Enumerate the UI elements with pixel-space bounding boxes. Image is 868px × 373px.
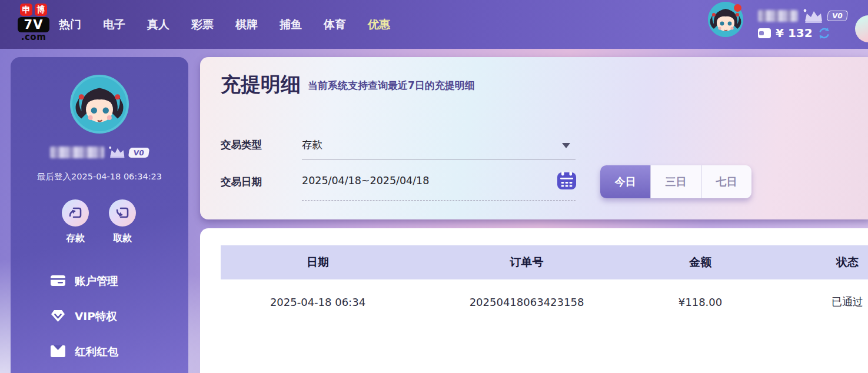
- col-header-order-no: 订单号: [415, 255, 638, 270]
- type-underline: [302, 159, 576, 159]
- records-table: 日期 订单号 金额 状态 2025-04-18 06:34 2025041806…: [221, 245, 868, 324]
- calendar-icon[interactable]: [557, 171, 577, 192]
- transaction-date-value[interactable]: 2025/04/18~2025/04/18: [302, 175, 429, 186]
- range-button-7days[interactable]: 七日: [701, 165, 751, 198]
- cell-status: 已通过: [762, 295, 868, 309]
- sidebar: V0 最后登入2025-04-18 06:34:23 存款 取款: [11, 57, 188, 373]
- nav-item-cards[interactable]: 棋牌: [235, 17, 258, 32]
- transaction-type-label: 交易类型: [221, 138, 262, 152]
- vip-level-badge: V0: [827, 11, 848, 21]
- deposit-icon: [62, 199, 89, 227]
- logo-brand-text: 7V: [18, 17, 49, 32]
- transaction-type-value[interactable]: 存款: [302, 138, 322, 152]
- date-underline: [302, 200, 576, 201]
- crown-icon: [108, 145, 125, 159]
- notification-dot: [734, 4, 741, 12]
- logo-badges: 申 博: [20, 4, 47, 16]
- cell-date: 2025-04-18 06:34: [221, 296, 415, 308]
- col-header-date: 日期: [221, 255, 415, 270]
- withdraw-icon: [109, 199, 136, 227]
- refresh-icon[interactable]: [817, 26, 831, 40]
- date-range-group: 今日 三日 七日: [600, 165, 751, 198]
- page: 申 博 7V .com 热门 电子 真人 彩票 棋牌 捕鱼 体育 优惠: [0, 0, 868, 373]
- top-navigation-bar: 申 博 7V .com 热门 电子 真人 彩票 棋牌 捕鱼 体育 优惠: [0, 0, 868, 49]
- logo-domain-text: .com: [21, 32, 46, 42]
- range-button-today[interactable]: 今日: [600, 165, 650, 198]
- sidebar-item-label: 账户管理: [75, 274, 118, 288]
- sidebar-item-account[interactable]: 账户管理: [11, 263, 188, 298]
- sidebar-avatar-illustration: [72, 77, 127, 131]
- sidebar-item-label: 红利红包: [75, 344, 118, 359]
- filters-card: 充提明细 当前系统支持查询最近7日的充提明细 交易类型 存款 交易日期 2025…: [200, 57, 868, 219]
- deposit-label: 存款: [66, 232, 85, 245]
- withdraw-quick-action[interactable]: 取款: [104, 199, 141, 245]
- col-header-amount: 金额: [638, 255, 762, 270]
- site-logo[interactable]: 申 博 7V .com: [16, 4, 51, 42]
- chevron-down-icon[interactable]: [562, 143, 570, 148]
- cell-order-no: 20250418063423158: [415, 296, 638, 308]
- nav-item-lottery[interactable]: 彩票: [191, 17, 214, 32]
- nav-item-slots[interactable]: 电子: [103, 17, 125, 32]
- deposit-quick-action[interactable]: 存款: [56, 199, 94, 245]
- floating-button-partial[interactable]: [855, 15, 868, 42]
- vip-gem-icon: [50, 309, 66, 323]
- logo-badge-shen: 申: [20, 4, 32, 16]
- nav-item-sports[interactable]: 体育: [324, 17, 346, 32]
- page-subtitle: 当前系统支持查询最近7日的充提明细: [308, 79, 475, 95]
- nav-item-hot[interactable]: 热门: [59, 17, 81, 32]
- withdraw-label: 取款: [113, 232, 132, 245]
- sidebar-item-vip[interactable]: VIP特权: [11, 298, 188, 334]
- sidebar-vip-badge: V0: [128, 148, 149, 158]
- username-blurred[interactable]: [758, 10, 798, 22]
- nav-item-promos[interactable]: 优惠: [368, 17, 390, 32]
- user-info-cluster: V0 ¥ 132: [758, 8, 847, 40]
- red-packet-icon: [50, 345, 66, 358]
- col-header-status: 状态: [762, 255, 868, 270]
- nav-item-live[interactable]: 真人: [147, 17, 169, 32]
- table-header-row: 日期 订单号 金额 状态: [221, 245, 868, 279]
- main-nav: 热门 电子 真人 彩票 棋牌 捕鱼 体育 优惠: [59, 0, 390, 49]
- balance-amount: ¥ 132: [776, 26, 813, 40]
- wallet-icon: [758, 28, 771, 38]
- nav-item-fishing[interactable]: 捕鱼: [280, 17, 302, 32]
- logo-badge-bo: 博: [35, 4, 47, 16]
- sidebar-avatar[interactable]: [70, 75, 129, 134]
- page-title: 充提明细: [221, 74, 301, 95]
- sidebar-user-row: V0: [11, 145, 188, 159]
- sidebar-item-label: VIP特权: [75, 309, 117, 324]
- sidebar-username-blurred: [50, 146, 104, 158]
- records-card: 日期 订单号 金额 状态 2025-04-18 06:34 2025041806…: [200, 228, 868, 373]
- cell-amount: ¥118.00: [638, 296, 762, 308]
- last-login-text: 最后登入2025-04-18 06:34:23: [11, 171, 188, 182]
- sidebar-item-bonus[interactable]: 红利红包: [11, 334, 188, 369]
- transaction-date-label: 交易日期: [221, 175, 262, 189]
- account-card-icon: [50, 274, 66, 287]
- range-button-3days[interactable]: 三日: [650, 165, 701, 198]
- table-row: 2025-04-18 06:34 20250418063423158 ¥118.…: [221, 279, 868, 324]
- crown-icon: [802, 8, 823, 24]
- sidebar-menu: 账户管理 VIP特权 红利红包: [11, 263, 188, 369]
